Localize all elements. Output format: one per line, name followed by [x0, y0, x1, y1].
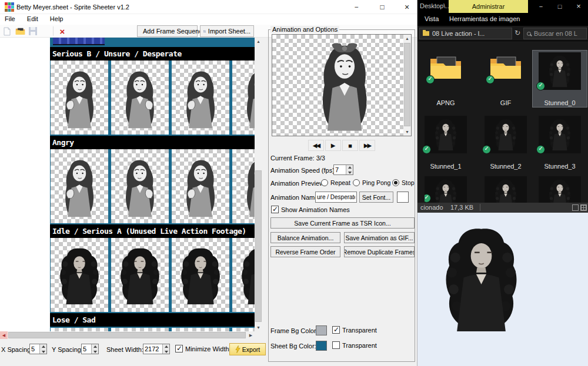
screen: Betty Meyer.sheet - Sprite Sheeter v1.2 …	[0, 0, 588, 366]
tab-vista[interactable]: Vista	[425, 15, 439, 22]
scroll-down-icon[interactable]: ▼	[403, 128, 411, 136]
spin-down-icon[interactable]	[92, 349, 98, 354]
explorer-minimize-button[interactable]: −	[532, 0, 550, 13]
animation-header-serious-b[interactable]: Serious B / Unsure / Desperate	[50, 47, 255, 61]
spin-down-icon[interactable]	[40, 349, 46, 354]
remove-duplicate-frames-button[interactable]: Remove Duplicate Frames	[344, 246, 415, 257]
scrollbar-thumb[interactable]	[8, 332, 246, 338]
frame-bg-transparent-checkbox[interactable]: Transparent	[332, 326, 377, 334]
scroll-up-icon[interactable]: ▲	[403, 35, 411, 42]
set-font-button[interactable]: Set Font...	[359, 192, 393, 203]
scrollbar-thumb[interactable]	[255, 170, 262, 322]
scrollbar-thumb[interactable]	[404, 43, 410, 126]
file-item-apng[interactable]: APNG	[419, 51, 473, 107]
refresh-icon[interactable]: ↻	[514, 29, 520, 37]
sprite-frame[interactable]	[51, 61, 108, 135]
file-item-stunned-1[interactable]: Stunned_1	[419, 114, 473, 170]
sprite-frame[interactable]	[111, 61, 169, 135]
spin-up-icon[interactable]	[346, 165, 353, 170]
sprite-frame[interactable]	[232, 238, 255, 312]
sprite-frame[interactable]	[111, 238, 169, 312]
frame-bg-color-swatch[interactable]	[316, 325, 327, 335]
minimize-button[interactable]: −	[346, 0, 367, 14]
reverse-frame-order-button[interactable]: Reverse Frame Order	[270, 246, 340, 257]
rewind-button[interactable]: ◀◀	[308, 140, 324, 151]
sprite-frame[interactable]	[51, 149, 108, 223]
menu-file[interactable]: File	[0, 14, 21, 23]
font-color-swatch[interactable]	[397, 192, 409, 203]
animation-header-idle[interactable]: Idle / Serious A (Unused Live Action Foo…	[50, 224, 255, 238]
menu-edit[interactable]: Edit	[22, 14, 44, 23]
animation-header-angry[interactable]: Angry	[50, 136, 255, 149]
sheet-bg-transparent-checkbox[interactable]: Transparent	[332, 341, 377, 349]
scroll-down-icon[interactable]: ▼	[255, 324, 262, 331]
spin-up-icon[interactable]	[92, 344, 98, 349]
spin-down-icon[interactable]	[346, 170, 353, 174]
partial-thumbnail[interactable]	[425, 176, 467, 203]
close-button[interactable]: ×	[396, 0, 417, 14]
minimize-width-checkbox[interactable]: Minimize Width	[175, 345, 229, 352]
sheet-width-spinner[interactable]	[143, 344, 170, 354]
open-sheet-icon[interactable]	[15, 26, 25, 36]
x-spacing-spinner[interactable]	[29, 344, 47, 354]
fast-forward-button[interactable]: ▶▶	[359, 140, 375, 151]
file-label: Stunned_2	[479, 163, 533, 170]
play-button[interactable]: ▶	[325, 140, 341, 151]
preview-vertical-scrollbar[interactable]: ▲ ▼	[403, 35, 411, 136]
preview-figure	[309, 37, 380, 135]
add-frame-sequence-button[interactable]: Add Frame Sequence...	[137, 25, 198, 37]
scroll-up-icon[interactable]: ▲	[255, 38, 262, 45]
animation-name-input[interactable]	[315, 192, 357, 203]
file-item-gif[interactable]: GIF	[479, 51, 533, 107]
partial-thumbnail[interactable]	[485, 176, 527, 203]
spin-up-icon[interactable]	[163, 344, 169, 349]
spin-down-icon[interactable]	[163, 349, 169, 354]
y-spacing-spinner[interactable]	[81, 344, 99, 354]
y-spacing-input[interactable]	[82, 344, 91, 354]
search-box[interactable]	[523, 28, 587, 39]
explorer-maximize-button[interactable]: □	[551, 0, 569, 13]
sprite-frame[interactable]	[172, 61, 229, 135]
search-input[interactable]	[534, 30, 577, 37]
manage-ribbon-tab[interactable]: Administrar	[449, 0, 528, 13]
animation-speed-input[interactable]	[334, 165, 346, 174]
partial-thumbnail[interactable]	[539, 176, 581, 203]
x-spacing-input[interactable]	[30, 344, 39, 354]
explorer-close-button[interactable]: ×	[570, 0, 587, 13]
address-bar[interactable]: 08 Live action - l...	[419, 28, 512, 39]
repeat-radio[interactable]: Repeat	[321, 179, 350, 186]
sheet-width-input[interactable]	[143, 344, 162, 354]
show-animation-names-checkbox[interactable]: Show Animation Names	[271, 206, 350, 213]
tab-image-tools[interactable]: Herramientas de imagen	[449, 15, 520, 22]
animation-speed-spinner[interactable]	[333, 164, 353, 175]
menu-help[interactable]: Help	[45, 14, 69, 23]
sprite-frame[interactable]	[232, 61, 255, 135]
export-button[interactable]: Export	[229, 343, 266, 355]
sprite-frame[interactable]	[232, 149, 255, 223]
save-tsr-icon-button[interactable]: Save Current Frame as TSR Icon...	[270, 217, 415, 229]
file-item-stunned-2[interactable]: Stunned_2	[479, 114, 533, 170]
file-item-stunned-0[interactable]: Stunned_0	[533, 51, 587, 107]
delete-animation-icon[interactable]: ×	[57, 26, 68, 36]
spin-up-icon[interactable]	[40, 344, 46, 349]
import-sheet-button[interactable]: Import Sheet...	[200, 25, 254, 37]
stop-button[interactable]: ■	[342, 140, 358, 151]
scroll-left-icon[interactable]: ◀	[0, 331, 8, 339]
ping-pong-radio[interactable]: Ping Pong	[353, 179, 390, 186]
scroll-right-icon[interactable]: ▶	[247, 331, 255, 339]
maximize-button[interactable]: □	[372, 0, 393, 14]
details-view-icon[interactable]	[572, 204, 579, 211]
file-item-stunned-3[interactable]: Stunned_3	[533, 114, 587, 170]
sheet-bg-color-swatch[interactable]	[316, 341, 327, 351]
thumbnail-view-icon[interactable]	[580, 204, 587, 211]
sprite-frame[interactable]	[51, 238, 108, 312]
sprite-frame[interactable]	[111, 149, 169, 223]
sprite-frame[interactable]	[172, 149, 229, 223]
sprite-frame[interactable]	[172, 238, 229, 312]
animation-header-lose[interactable]: Lose / Sad	[50, 313, 255, 327]
stop-radio[interactable]: Stop	[392, 179, 415, 186]
sheet-horizontal-scrollbar[interactable]: ◀ ▶	[0, 331, 255, 339]
balance-animation-button[interactable]: Balance Animation...	[270, 232, 340, 243]
save-animation-gif-button[interactable]: Save Animation as GIF...	[344, 232, 415, 243]
sheet-vertical-scrollbar[interactable]: ▲ ▼	[255, 38, 262, 331]
